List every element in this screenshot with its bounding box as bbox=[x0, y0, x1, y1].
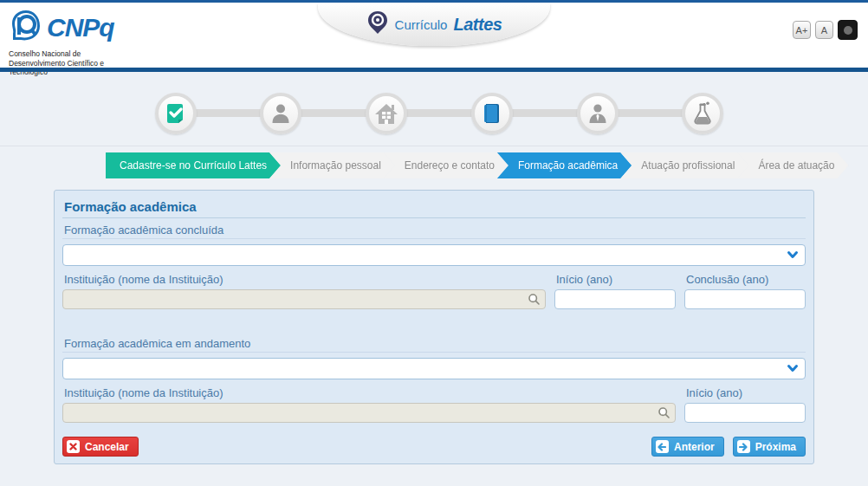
next-button-label: Próxima bbox=[755, 441, 796, 453]
concluded-end-year-input[interactable] bbox=[684, 289, 806, 309]
breadcrumb-atuacao-profissional[interactable]: Atuação profissional bbox=[620, 152, 748, 178]
education-form-panel: Formação acadêmica Formação acadêmica co… bbox=[54, 190, 814, 464]
page-title: Formação acadêmica bbox=[62, 198, 806, 218]
breadcrumb: Cadastre-se no Currículo Lattes Informaç… bbox=[106, 152, 868, 178]
concluded-end-year-label: Conclusão (ano) bbox=[684, 268, 806, 288]
arrow-right-icon bbox=[737, 440, 750, 453]
person-tie-icon bbox=[586, 102, 609, 125]
lattes-pin-icon bbox=[366, 10, 389, 38]
book-icon bbox=[481, 102, 503, 125]
concluded-education-select[interactable] bbox=[62, 244, 806, 266]
step-personal-info[interactable] bbox=[260, 93, 301, 134]
inprogress-education-select[interactable] bbox=[62, 358, 806, 379]
next-button[interactable]: Próxima bbox=[733, 437, 806, 457]
breadcrumb-area-atuacao[interactable]: Área de atuação bbox=[737, 152, 848, 178]
cnpq-brand-text: CNPq bbox=[47, 13, 114, 42]
breadcrumb-formacao-academica[interactable]: Formação acadêmica bbox=[497, 152, 632, 178]
inprogress-education-label: Formação acadêmica em andamento bbox=[62, 332, 806, 353]
cancel-x-icon bbox=[67, 440, 80, 453]
contrast-circle-icon bbox=[844, 26, 852, 35]
concluded-institution-input[interactable] bbox=[62, 289, 546, 309]
step-area[interactable] bbox=[682, 93, 723, 134]
step-professional[interactable] bbox=[577, 93, 619, 134]
concluded-start-year-input[interactable] bbox=[554, 289, 676, 309]
badge-curriculo-text: Currículo bbox=[395, 17, 448, 32]
arrow-left-icon bbox=[656, 440, 669, 453]
header: CNPq Conselho Nacional de Desenvolviment… bbox=[0, 0, 868, 72]
progress-stepper bbox=[0, 72, 868, 146]
previous-button[interactable]: Anterior bbox=[651, 437, 724, 457]
inprogress-institution-input[interactable] bbox=[62, 403, 676, 423]
stepper-connector-line bbox=[176, 109, 703, 117]
person-icon bbox=[269, 102, 292, 125]
font-normal-button[interactable]: A bbox=[815, 21, 833, 39]
step-register[interactable] bbox=[155, 93, 197, 134]
register-check-icon bbox=[165, 102, 187, 125]
accessibility-toolbar: A+ A bbox=[793, 20, 858, 40]
concluded-education-label: Formação acadêmica concluída bbox=[62, 218, 806, 239]
font-increase-button[interactable]: A+ bbox=[793, 21, 811, 39]
inprogress-start-year-label: Início (ano) bbox=[684, 381, 806, 401]
cancel-button-label: Cancelar bbox=[85, 441, 129, 453]
previous-button-label: Anterior bbox=[674, 441, 715, 453]
inprogress-institution-label: Instituição (nome da Instituição) bbox=[62, 381, 676, 401]
flask-icon bbox=[691, 101, 714, 126]
breadcrumb-cadastre[interactable]: Cadastre-se no Currículo Lattes bbox=[106, 152, 281, 178]
concluded-institution-label: Instituição (nome da Instituição) bbox=[62, 268, 546, 288]
breadcrumb-endereco-contato[interactable]: Endereço e contato bbox=[384, 152, 508, 178]
cancel-button[interactable]: Cancelar bbox=[62, 437, 139, 457]
lattes-badge: Currículo Lattes bbox=[318, 3, 550, 46]
concluded-start-year-label: Início (ano) bbox=[554, 268, 676, 288]
cnpq-head-icon bbox=[9, 9, 43, 47]
home-icon bbox=[374, 102, 398, 125]
high-contrast-button[interactable] bbox=[838, 20, 858, 40]
badge-lattes-text: Lattes bbox=[453, 15, 502, 35]
breadcrumb-informacao-pessoal[interactable]: Informação pessoal bbox=[269, 152, 395, 178]
step-address[interactable] bbox=[366, 93, 407, 134]
inprogress-start-year-input[interactable] bbox=[684, 403, 806, 423]
step-education[interactable] bbox=[471, 93, 513, 134]
